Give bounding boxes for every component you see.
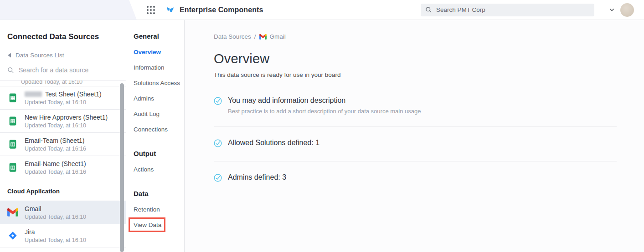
nav-item-wrap: Connections [134,126,184,133]
jira-icon [7,230,18,241]
breadcrumb: Data Sources / Gmail [214,33,617,40]
breadcrumb-data-sources[interactable]: Data Sources [214,33,251,40]
google-sheets-icon [7,92,18,103]
nav-item-wrap: Overview [134,49,184,55]
checklist-item-description: Best practice is to add a short descript… [228,108,421,115]
nav-item-retention[interactable]: Retention [134,206,160,213]
checklist-item-title: Allowed Solutions defined: 1 [228,139,319,147]
chevron-down-icon[interactable] [609,7,615,13]
data-source-search-input[interactable] [19,66,118,74]
nav-item-wrap: Actions [134,166,184,173]
data-source-name: Email-Name (Sheet1) [25,160,86,167]
checklist-item-title: You may add information description [228,96,421,105]
nav-item-wrap: Information [134,64,184,71]
data-source-item-email-name-sheet1-[interactable]: Email-Name (Sheet1) Updated Today, at 16… [0,156,126,179]
nav-item-admins[interactable]: Admins [134,95,154,102]
brand-logo-icon [166,5,175,14]
data-source-item-test-sheet-sheet1-[interactable]: Test Sheet (Sheet1) Updated Today, at 16… [0,86,126,110]
cloud-application-section-label: Cloud Application [0,179,126,201]
header-brand-background [0,0,137,20]
user-avatar[interactable] [620,3,634,17]
data-source-name: Email-Team (Sheet1) [25,137,86,144]
cloud-application-list: Gmail Updated Today, at 16:10 Jira Updat… [0,201,126,247]
nav-item-overview[interactable]: Overview [134,49,161,55]
data-source-item-jira[interactable]: Jira Updated Today, at 16:10 [0,224,126,247]
nav-item-wrap: Solutions Access [134,80,184,86]
checklist-item-you-may-add-information-description: You may add information description Best… [214,96,617,127]
nav-item-connections[interactable]: Connections [134,126,168,133]
nav-item-wrap: Retention [134,206,184,213]
data-source-updated: Updated Today, at 16:10 [25,99,102,106]
checklist-item-allowed-solutions-defined-1: Allowed Solutions defined: 1 [214,127,617,161]
sidebar-title: Connected Data Sources [0,20,126,41]
check-circle-icon [214,139,222,149]
data-source-updated: Updated Today, at 16:16 [25,146,86,152]
nav-item-solutions-access[interactable]: Solutions Access [134,80,180,86]
highlight-box: View Data [134,222,184,228]
nav-item-information[interactable]: Information [134,64,165,71]
page-title: Overview [214,51,617,66]
sheet-data-source-list: Test Sheet (Sheet1) Updated Today, at 16… [0,86,126,179]
nav-item-audit-log[interactable]: Audit Log [134,111,160,117]
check-circle-icon [214,174,222,184]
nav-item-wrap: Audit Log [134,111,184,117]
data-source-updated: Updated Today, at 16:10 [25,237,86,243]
check-circle-icon [214,97,222,107]
data-source-name: Gmail [25,205,86,212]
app-launcher-icon[interactable] [147,6,155,14]
top-header: Enterprise Components [0,0,644,20]
breadcrumb-separator: / [254,33,256,40]
gmail-icon [259,34,267,40]
search-icon [425,6,432,13]
list-item-clipped[interactable]: Updated Today, at 16:10 [0,80,126,86]
sidebar-scrollbar[interactable] [120,83,124,252]
nav-section-output: Output [134,150,184,157]
nav-section-data: Data [134,190,184,197]
data-source-updated: Updated Today, at 16:10 [25,214,86,220]
data-source-name: Test Sheet (Sheet1) [25,91,102,98]
nav-item-wrap: Admins [134,95,184,102]
data-source-search[interactable] [0,59,126,80]
data-source-updated: Updated Today, at 16:10 [21,80,126,85]
global-search-input[interactable] [436,6,590,13]
google-sheets-icon [7,162,18,173]
app-title: Enterprise Components [180,6,263,14]
back-arrow-icon [7,53,11,58]
checklist-item-title: Admins defined: 3 [228,173,286,181]
redacted-text [25,91,42,97]
checklist-item-admins-defined-3: Admins defined: 3 [214,161,617,196]
data-source-item-gmail[interactable]: Gmail Updated Today, at 16:10 [0,201,126,224]
settings-nav: GeneralOverviewInformationSolutions Acce… [126,20,185,252]
breadcrumb-current: Gmail [270,33,286,40]
data-source-item-new-hire-approvers-sheet1-[interactable]: New Hire Approvers (Sheet1) Updated Toda… [0,110,126,133]
data-source-updated: Updated Today, at 16:10 [25,122,108,129]
back-to-data-sources-link[interactable]: Data Sources List [0,41,126,59]
nav-section-general: General [134,32,184,40]
global-search[interactable] [421,4,594,16]
nav-item-view-data[interactable]: View Data [134,222,161,228]
page-subtitle: This data source is ready for use in you… [214,71,617,78]
main-content: Data Sources / Gmail Overview This data … [185,20,644,252]
data-source-updated: Updated Today, at 16:16 [25,169,86,175]
data-source-name: Jira [25,228,86,236]
data-source-item-email-team-sheet1-[interactable]: Email-Team (Sheet1) Updated Today, at 16… [0,133,126,156]
google-sheets-icon [7,139,18,150]
search-icon [7,67,14,74]
data-sources-sidebar: Connected Data Sources Data Sources List… [0,20,126,252]
google-sheets-icon [7,116,18,126]
readiness-checklist: You may add information description Best… [214,96,617,196]
gmail-icon [7,207,18,218]
data-source-name: New Hire Approvers (Sheet1) [25,114,108,121]
nav-item-actions[interactable]: Actions [134,166,154,173]
